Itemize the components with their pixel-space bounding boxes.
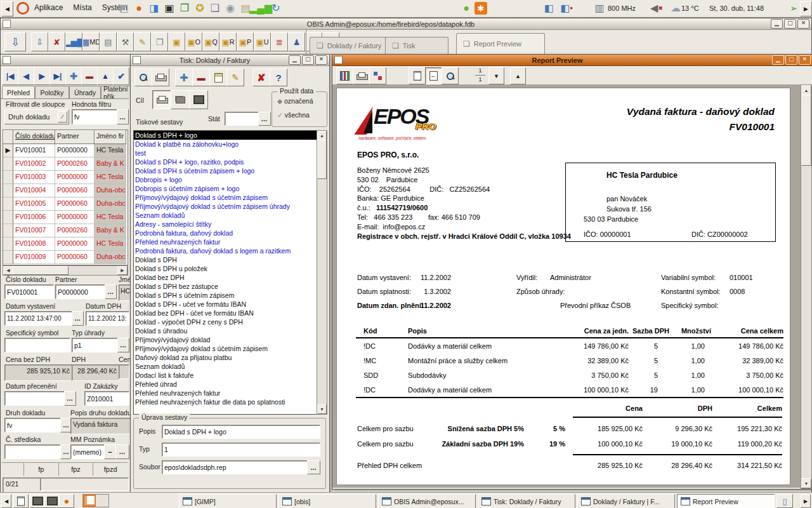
- toolbar-button[interactable]: ▤: [100, 32, 117, 51]
- list-item[interactable]: Doklad k platbě na zálohovku+logo: [134, 140, 317, 149]
- export-button[interactable]: [369, 67, 386, 84]
- toolbar-button[interactable]: ▂▅▇: [65, 32, 82, 51]
- list-item[interactable]: Příjmový/výdajový doklad s účetním zápis…: [134, 193, 317, 202]
- datum-vystaveni-input[interactable]: [5, 312, 75, 325]
- report-list[interactable]: Doklad s DPH + logoDoklad k platbě na zá…: [133, 130, 317, 415]
- exit-preview-button[interactable]: [336, 67, 353, 84]
- datum-vystaveni-picker-button[interactable]: …: [72, 311, 84, 326]
- list-item[interactable]: Doklad s DPH bez zástupce: [134, 282, 317, 291]
- report-list-scrollbar[interactable]: ▲ ▼: [317, 130, 327, 415]
- list-item[interactable]: Příjmový/výdajový doklad: [134, 335, 317, 344]
- partner-picker-button[interactable]: …: [105, 284, 117, 299]
- list-item[interactable]: Doklad s DPH + logo, razitko, podpis: [134, 157, 317, 166]
- chat-status-icon[interactable]: ●: [459, 1, 473, 15]
- launcher-icon[interactable]: ❑: [208, 1, 222, 15]
- tab-platebni-prikazy[interactable]: Platební přík: [101, 86, 133, 98]
- launcher-icon[interactable]: ↻: [269, 1, 283, 15]
- list-item[interactable]: Dobropis s účetním zápisem + logo: [134, 184, 317, 193]
- preview-report-button[interactable]: [134, 69, 152, 86]
- list-item[interactable]: Doklad s DPH s účetním zápisem: [134, 291, 317, 300]
- list-item[interactable]: Příjmový/výdajový doklad s účetním zápis…: [134, 344, 317, 353]
- notes-launcher[interactable]: [13, 494, 29, 508]
- window-menu-icon[interactable]: [3, 56, 11, 64]
- filter-value-input[interactable]: [72, 110, 121, 124]
- download-button[interactable]: ⇩: [4, 32, 26, 51]
- menu-applications[interactable]: Aplikace: [29, 1, 68, 15]
- table-row[interactable]: FV010007 P0000260 Baby & K: [3, 224, 128, 237]
- list-item[interactable]: Doklad s DPH + logo: [134, 131, 317, 140]
- poznamka-input[interactable]: [71, 445, 108, 458]
- main-window-titlebar[interactable]: OBIS Admin@eposux:/home/firebird/epos/da…: [1, 18, 811, 30]
- cislo-dokladu-input[interactable]: [5, 285, 57, 298]
- list-item[interactable]: Dodací list k faktuře: [134, 371, 317, 380]
- volume-muted-icon[interactable]: ◀✖: [650, 1, 664, 15]
- toolbar-button[interactable]: ▦MD: [82, 32, 100, 51]
- workspace-2[interactable]: [96, 495, 108, 507]
- state-picker-button[interactable]: …: [258, 112, 271, 126]
- toolbar-button[interactable]: ⇩: [31, 32, 48, 51]
- maximize-button[interactable]: ▢: [785, 55, 797, 65]
- table-row[interactable]: FV010004 P0000060 Duha-obc: [3, 184, 128, 197]
- toolbar-button[interactable]: ▣O: [185, 32, 202, 51]
- minimize-button[interactable]: ▁: [771, 19, 783, 29]
- list-item[interactable]: Doklad - výpočet DPH z ceny s DPH: [134, 318, 317, 326]
- documents-window-titlebar[interactable]: [1, 55, 130, 66]
- toolbar-button[interactable]: ✘: [48, 32, 65, 51]
- list-item[interactable]: Seznam dokladů: [134, 362, 317, 371]
- window-menu-icon[interactable]: [133, 56, 141, 64]
- list-item[interactable]: Příjmový/výdajový doklad s účetním zápis…: [134, 202, 317, 211]
- table-row[interactable]: FV010002 P0000260 Baby & K: [3, 157, 128, 171]
- soubor-input[interactable]: [162, 461, 311, 474]
- add-report-button[interactable]: ✚: [175, 69, 193, 86]
- launcher-icon[interactable]: ✪: [193, 1, 207, 15]
- datum-preceneni-input[interactable]: [5, 392, 68, 405]
- toolbar-button[interactable]: ⚒: [117, 32, 134, 51]
- paste-report-button[interactable]: [209, 69, 227, 86]
- launcher-icon[interactable]: ▣: [162, 1, 176, 15]
- fit-width-button[interactable]: [425, 67, 442, 84]
- zoom-button[interactable]: [442, 67, 459, 84]
- taskbar-window-button[interactable]: Report Preview: [677, 494, 775, 508]
- typ-uhrady-picker-button[interactable]: …: [117, 338, 129, 352]
- toolbar-button[interactable]: ♟: [288, 32, 305, 51]
- workspace-switcher[interactable]: [82, 494, 109, 507]
- edit-report-button[interactable]: ✎: [226, 69, 244, 86]
- taskbar-scroll-left-button[interactable]: ◀: [1, 494, 11, 508]
- list-item[interactable]: Přehled neuhrazených faktur dle data po …: [134, 398, 317, 406]
- list-item[interactable]: Doklad s DPH u položek: [134, 264, 317, 273]
- list-item[interactable]: Doklad s DPH s účetním zápisem + logo: [134, 166, 317, 175]
- close-print-button[interactable]: ✘: [252, 69, 270, 86]
- edit-record-button[interactable]: ▲: [97, 67, 114, 85]
- poznamka-clear-button[interactable]: −: [104, 444, 116, 459]
- table-row[interactable]: FV010008 P0000000 HC Tesla: [3, 237, 128, 251]
- preview-vscrollbar[interactable]: ▲ ▼: [801, 84, 812, 489]
- specificky-symbol-input[interactable]: [5, 338, 74, 352]
- whole-page-button[interactable]: [409, 67, 426, 84]
- taskbar-window-button[interactable]: [GIMP]: [179, 494, 277, 508]
- prev-page-button[interactable]: ▲: [510, 67, 526, 84]
- trash-applet[interactable]: ▯: [776, 494, 793, 508]
- toolbar-button[interactable]: ▣P: [237, 32, 254, 51]
- workrave-icon[interactable]: ✱: [475, 2, 487, 15]
- add-record-button[interactable]: ✚: [65, 67, 82, 85]
- weather-icon[interactable]: ☁: [669, 1, 683, 15]
- taskbar-window-button[interactable]: Doklady / Faktury | F...: [577, 494, 675, 508]
- druh-dokladu-input[interactable]: [5, 418, 64, 432]
- grid-hscrollbar[interactable]: ◀ ▶: [3, 265, 128, 276]
- taskbar-window-button[interactable]: Tisk: Doklady / Faktury: [478, 494, 575, 508]
- delete-record-button[interactable]: ▬: [81, 67, 98, 85]
- help-button[interactable]: ?: [270, 69, 287, 86]
- list-item[interactable]: Podrobná faktura, daňový doklad: [134, 229, 317, 237]
- list-item[interactable]: Daňový doklad za přijatou platbu: [134, 353, 317, 362]
- panel-hide-left-button[interactable]: ◀: [1, 1, 13, 17]
- target-printer-button[interactable]: [152, 90, 171, 109]
- filter-column-select[interactable]: Druh dokladu ∕: [4, 109, 69, 124]
- close-button[interactable]: ✕: [315, 55, 327, 65]
- maximize-button[interactable]: ▢: [302, 55, 314, 65]
- menu-places[interactable]: Místa: [68, 1, 96, 15]
- table-row[interactable]: FV010006 P0000000 HC Tesla: [3, 211, 128, 224]
- launcher-icon[interactable]: ◩: [117, 1, 131, 15]
- tab-tisk[interactable]: ❏ Tisk: [385, 37, 449, 54]
- taskbar-window-button[interactable]: OBIS Admin@eposux...: [378, 494, 476, 508]
- print-button[interactable]: [353, 67, 370, 84]
